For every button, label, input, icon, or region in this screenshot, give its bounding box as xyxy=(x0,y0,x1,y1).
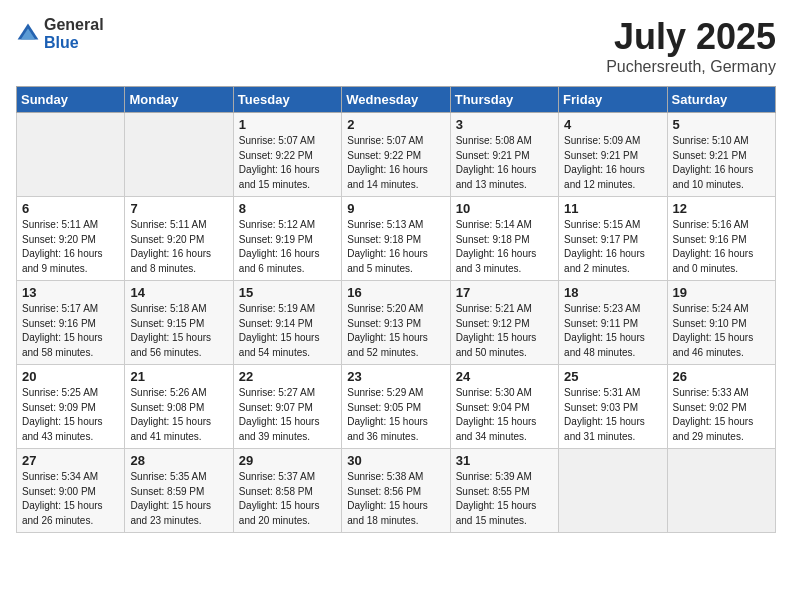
day-number: 7 xyxy=(130,201,227,216)
day-info: Sunrise: 5:34 AM Sunset: 9:00 PM Dayligh… xyxy=(22,470,119,528)
calendar-day-cell: 15Sunrise: 5:19 AM Sunset: 9:14 PM Dayli… xyxy=(233,281,341,365)
calendar-day-cell: 7Sunrise: 5:11 AM Sunset: 9:20 PM Daylig… xyxy=(125,197,233,281)
calendar-day-cell: 5Sunrise: 5:10 AM Sunset: 9:21 PM Daylig… xyxy=(667,113,775,197)
day-number: 28 xyxy=(130,453,227,468)
day-number: 11 xyxy=(564,201,661,216)
calendar-day-cell xyxy=(17,113,125,197)
calendar-day-cell xyxy=(559,449,667,533)
day-number: 3 xyxy=(456,117,553,132)
day-number: 25 xyxy=(564,369,661,384)
day-info: Sunrise: 5:07 AM Sunset: 9:22 PM Dayligh… xyxy=(347,134,444,192)
calendar-day-cell: 12Sunrise: 5:16 AM Sunset: 9:16 PM Dayli… xyxy=(667,197,775,281)
weekday-header-cell: Monday xyxy=(125,87,233,113)
calendar-day-cell: 30Sunrise: 5:38 AM Sunset: 8:56 PM Dayli… xyxy=(342,449,450,533)
day-info: Sunrise: 5:11 AM Sunset: 9:20 PM Dayligh… xyxy=(130,218,227,276)
calendar-day-cell: 29Sunrise: 5:37 AM Sunset: 8:58 PM Dayli… xyxy=(233,449,341,533)
day-number: 17 xyxy=(456,285,553,300)
day-info: Sunrise: 5:14 AM Sunset: 9:18 PM Dayligh… xyxy=(456,218,553,276)
calendar-week-row: 27Sunrise: 5:34 AM Sunset: 9:00 PM Dayli… xyxy=(17,449,776,533)
calendar-day-cell: 22Sunrise: 5:27 AM Sunset: 9:07 PM Dayli… xyxy=(233,365,341,449)
day-info: Sunrise: 5:17 AM Sunset: 9:16 PM Dayligh… xyxy=(22,302,119,360)
calendar-week-row: 13Sunrise: 5:17 AM Sunset: 9:16 PM Dayli… xyxy=(17,281,776,365)
logo: General Blue xyxy=(16,16,104,51)
day-number: 5 xyxy=(673,117,770,132)
calendar-day-cell: 20Sunrise: 5:25 AM Sunset: 9:09 PM Dayli… xyxy=(17,365,125,449)
day-number: 21 xyxy=(130,369,227,384)
day-info: Sunrise: 5:12 AM Sunset: 9:19 PM Dayligh… xyxy=(239,218,336,276)
day-number: 12 xyxy=(673,201,770,216)
calendar-day-cell: 4Sunrise: 5:09 AM Sunset: 9:21 PM Daylig… xyxy=(559,113,667,197)
day-info: Sunrise: 5:10 AM Sunset: 9:21 PM Dayligh… xyxy=(673,134,770,192)
day-number: 1 xyxy=(239,117,336,132)
calendar-day-cell: 26Sunrise: 5:33 AM Sunset: 9:02 PM Dayli… xyxy=(667,365,775,449)
day-number: 30 xyxy=(347,453,444,468)
calendar-day-cell: 23Sunrise: 5:29 AM Sunset: 9:05 PM Dayli… xyxy=(342,365,450,449)
day-number: 6 xyxy=(22,201,119,216)
day-info: Sunrise: 5:23 AM Sunset: 9:11 PM Dayligh… xyxy=(564,302,661,360)
day-number: 20 xyxy=(22,369,119,384)
day-info: Sunrise: 5:29 AM Sunset: 9:05 PM Dayligh… xyxy=(347,386,444,444)
weekday-header-cell: Thursday xyxy=(450,87,558,113)
calendar-day-cell: 31Sunrise: 5:39 AM Sunset: 8:55 PM Dayli… xyxy=(450,449,558,533)
day-number: 18 xyxy=(564,285,661,300)
day-number: 4 xyxy=(564,117,661,132)
day-number: 14 xyxy=(130,285,227,300)
day-info: Sunrise: 5:38 AM Sunset: 8:56 PM Dayligh… xyxy=(347,470,444,528)
calendar-day-cell xyxy=(125,113,233,197)
logo-icon xyxy=(16,22,40,46)
day-info: Sunrise: 5:26 AM Sunset: 9:08 PM Dayligh… xyxy=(130,386,227,444)
day-number: 31 xyxy=(456,453,553,468)
day-number: 10 xyxy=(456,201,553,216)
day-info: Sunrise: 5:20 AM Sunset: 9:13 PM Dayligh… xyxy=(347,302,444,360)
calendar-day-cell: 24Sunrise: 5:30 AM Sunset: 9:04 PM Dayli… xyxy=(450,365,558,449)
day-number: 24 xyxy=(456,369,553,384)
weekday-header-cell: Sunday xyxy=(17,87,125,113)
day-number: 19 xyxy=(673,285,770,300)
day-info: Sunrise: 5:27 AM Sunset: 9:07 PM Dayligh… xyxy=(239,386,336,444)
weekday-header-cell: Saturday xyxy=(667,87,775,113)
location-title: Puchersreuth, Germany xyxy=(606,58,776,76)
calendar-day-cell: 10Sunrise: 5:14 AM Sunset: 9:18 PM Dayli… xyxy=(450,197,558,281)
day-info: Sunrise: 5:37 AM Sunset: 8:58 PM Dayligh… xyxy=(239,470,336,528)
day-number: 8 xyxy=(239,201,336,216)
day-info: Sunrise: 5:24 AM Sunset: 9:10 PM Dayligh… xyxy=(673,302,770,360)
day-info: Sunrise: 5:35 AM Sunset: 8:59 PM Dayligh… xyxy=(130,470,227,528)
calendar-week-row: 20Sunrise: 5:25 AM Sunset: 9:09 PM Dayli… xyxy=(17,365,776,449)
day-number: 13 xyxy=(22,285,119,300)
day-info: Sunrise: 5:11 AM Sunset: 9:20 PM Dayligh… xyxy=(22,218,119,276)
day-info: Sunrise: 5:07 AM Sunset: 9:22 PM Dayligh… xyxy=(239,134,336,192)
calendar-week-row: 1Sunrise: 5:07 AM Sunset: 9:22 PM Daylig… xyxy=(17,113,776,197)
calendar-body: 1Sunrise: 5:07 AM Sunset: 9:22 PM Daylig… xyxy=(17,113,776,533)
day-number: 16 xyxy=(347,285,444,300)
calendar-day-cell: 6Sunrise: 5:11 AM Sunset: 9:20 PM Daylig… xyxy=(17,197,125,281)
day-info: Sunrise: 5:31 AM Sunset: 9:03 PM Dayligh… xyxy=(564,386,661,444)
day-info: Sunrise: 5:39 AM Sunset: 8:55 PM Dayligh… xyxy=(456,470,553,528)
title-block: July 2025 Puchersreuth, Germany xyxy=(606,16,776,76)
weekday-header-cell: Friday xyxy=(559,87,667,113)
day-number: 2 xyxy=(347,117,444,132)
calendar-day-cell: 1Sunrise: 5:07 AM Sunset: 9:22 PM Daylig… xyxy=(233,113,341,197)
calendar-week-row: 6Sunrise: 5:11 AM Sunset: 9:20 PM Daylig… xyxy=(17,197,776,281)
day-info: Sunrise: 5:33 AM Sunset: 9:02 PM Dayligh… xyxy=(673,386,770,444)
calendar-day-cell xyxy=(667,449,775,533)
day-number: 29 xyxy=(239,453,336,468)
calendar-day-cell: 21Sunrise: 5:26 AM Sunset: 9:08 PM Dayli… xyxy=(125,365,233,449)
calendar-day-cell: 13Sunrise: 5:17 AM Sunset: 9:16 PM Dayli… xyxy=(17,281,125,365)
calendar-day-cell: 2Sunrise: 5:07 AM Sunset: 9:22 PM Daylig… xyxy=(342,113,450,197)
day-number: 15 xyxy=(239,285,336,300)
logo-text: General Blue xyxy=(44,16,104,51)
calendar-day-cell: 3Sunrise: 5:08 AM Sunset: 9:21 PM Daylig… xyxy=(450,113,558,197)
calendar-day-cell: 17Sunrise: 5:21 AM Sunset: 9:12 PM Dayli… xyxy=(450,281,558,365)
calendar-day-cell: 25Sunrise: 5:31 AM Sunset: 9:03 PM Dayli… xyxy=(559,365,667,449)
day-number: 9 xyxy=(347,201,444,216)
day-number: 22 xyxy=(239,369,336,384)
calendar-day-cell: 9Sunrise: 5:13 AM Sunset: 9:18 PM Daylig… xyxy=(342,197,450,281)
calendar-day-cell: 8Sunrise: 5:12 AM Sunset: 9:19 PM Daylig… xyxy=(233,197,341,281)
day-info: Sunrise: 5:16 AM Sunset: 9:16 PM Dayligh… xyxy=(673,218,770,276)
day-number: 26 xyxy=(673,369,770,384)
day-info: Sunrise: 5:18 AM Sunset: 9:15 PM Dayligh… xyxy=(130,302,227,360)
calendar-day-cell: 18Sunrise: 5:23 AM Sunset: 9:11 PM Dayli… xyxy=(559,281,667,365)
page-header: General Blue July 2025 Puchersreuth, Ger… xyxy=(16,16,776,76)
calendar-day-cell: 14Sunrise: 5:18 AM Sunset: 9:15 PM Dayli… xyxy=(125,281,233,365)
calendar-day-cell: 19Sunrise: 5:24 AM Sunset: 9:10 PM Dayli… xyxy=(667,281,775,365)
